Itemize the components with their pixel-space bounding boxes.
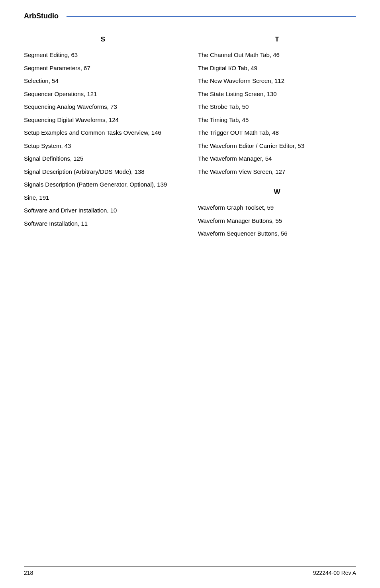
doc-number: 922244-00 Rev A (313, 570, 356, 576)
list-item: Sequencing Analog Waveforms, 73 (24, 102, 182, 112)
list-item: Sine, 191 (24, 193, 182, 203)
page-number: 218 (24, 570, 33, 576)
list-item: Segment Parameters, 67 (24, 64, 182, 73)
list-item: The Strobe Tab, 50 (198, 102, 356, 112)
list-item: The State Listing Screen, 130 (198, 90, 356, 99)
header-title: ArbStudio (24, 12, 59, 20)
list-item: The Trigger OUT Math Tab, 48 (198, 128, 356, 138)
list-item: Signal Description (Arbitrary/DDS Mode),… (24, 167, 182, 177)
section-letter-t: T (198, 35, 356, 43)
list-item: Setup System, 43 (24, 142, 182, 151)
list-item: Signals Description (Pattern Generator, … (24, 180, 182, 189)
section-letter-w: W (198, 188, 356, 196)
list-item: Sequencing Digital Waveforms, 124 (24, 116, 182, 125)
list-item: Setup Examples and Common Tasks Overview… (24, 128, 182, 138)
list-item: Waveform Graph Toolset, 59 (198, 203, 356, 212)
list-item: Software Installation, 11 (24, 219, 182, 228)
list-item: Selection, 54 (24, 77, 182, 86)
column-s: S Segment Editing, 63 Segment Parameters… (24, 35, 182, 242)
list-item: The Channel Out Math Tab, 46 (198, 51, 356, 60)
list-item: Waveform Sequencer Buttons, 56 (198, 229, 356, 238)
page-container: ArbStudio S Segment Editing, 63 Segment … (0, 0, 380, 588)
list-item: The New Waveform Screen, 112 (198, 77, 356, 86)
list-item: Segment Editing, 63 (24, 51, 182, 60)
page-header: ArbStudio (24, 12, 356, 24)
list-item: Signal Definitions, 125 (24, 154, 182, 163)
column-t-w: T The Channel Out Math Tab, 46 The Digit… (198, 35, 356, 242)
list-item: The Digital I/O Tab, 49 (198, 64, 356, 73)
list-item: The Waveform Editor / Carrier Editor, 53 (198, 142, 356, 151)
header-rule (67, 16, 356, 17)
list-item: The Waveform Manager, 54 (198, 154, 356, 163)
index-columns: S Segment Editing, 63 Segment Parameters… (24, 35, 356, 242)
list-item: Sequencer Operations, 121 (24, 90, 182, 99)
list-item: The Waveform View Screen, 127 (198, 167, 356, 177)
section-letter-s: S (24, 35, 182, 43)
page-footer: 218 922244-00 Rev A (24, 566, 356, 576)
list-item: The Timing Tab, 45 (198, 116, 356, 125)
list-item: Software and Driver Installation, 10 (24, 206, 182, 215)
list-item: Waveform Manager Buttons, 55 (198, 216, 356, 226)
